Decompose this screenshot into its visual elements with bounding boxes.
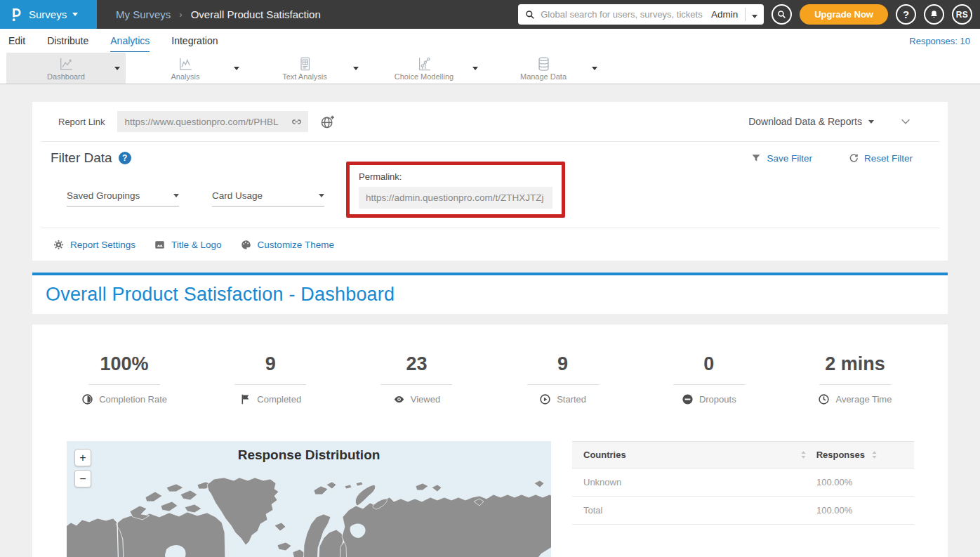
filter-data-title: Filter Data xyxy=(51,150,112,166)
help-button[interactable]: ? xyxy=(896,4,916,25)
user-avatar[interactable]: RS xyxy=(952,4,972,25)
refresh-icon xyxy=(849,153,859,163)
stat-completed: 9 Completed xyxy=(197,353,343,405)
surveys-menu[interactable]: Surveys xyxy=(0,0,97,29)
nav-integration[interactable]: Integration xyxy=(171,30,218,51)
map-title: Response Distribution xyxy=(67,447,551,463)
product-name: Surveys xyxy=(29,8,67,20)
tab-caret-icon[interactable] xyxy=(592,67,597,70)
report-link-row: Report Link https://www.questionpro.com/… xyxy=(32,102,948,141)
bell-icon xyxy=(929,10,939,19)
image-icon xyxy=(154,240,165,250)
clock-icon xyxy=(818,393,830,405)
stat-viewed: 23 Viewed xyxy=(343,353,489,405)
search-icon xyxy=(525,10,535,20)
search-icon xyxy=(777,10,786,19)
search-button[interactable] xyxy=(772,4,792,25)
breadcrumb-separator: › xyxy=(179,9,182,20)
breadcrumb-current: Overall Product Satisfaction xyxy=(191,8,321,20)
share-report-icon[interactable] xyxy=(320,114,335,129)
tab-choice-modelling[interactable]: Choice Modelling xyxy=(364,53,484,84)
permalink-input[interactable]: https://admin.questionpro.com/t/ZTHXJTZj xyxy=(359,187,552,209)
flag-icon xyxy=(239,393,251,405)
select-caret-icon xyxy=(173,194,179,197)
response-distribution-map: Response Distribution + − xyxy=(67,441,551,557)
tab-caret-icon[interactable] xyxy=(234,67,239,70)
report-settings-link[interactable]: Report Settings xyxy=(53,240,135,250)
saved-groupings-select[interactable]: Saved Groupings xyxy=(67,185,179,207)
questionpro-logo-icon xyxy=(9,6,21,22)
stat-dropouts: 0 Dropouts xyxy=(636,353,782,405)
permalink-label: Permalink: xyxy=(359,171,552,182)
stats-row: 100% Completion Rate 9 Completed 23 View… xyxy=(32,325,948,405)
page-title: Overall Product Satisfaction - Dashboard xyxy=(46,284,395,306)
responses-count[interactable]: Responses: 10 xyxy=(909,36,972,46)
analysis-chart-icon xyxy=(178,56,194,72)
sort-icon[interactable] xyxy=(871,450,878,459)
report-link-input[interactable]: https://www.questionpro.com/t/PHBL xyxy=(117,111,308,132)
col-countries[interactable]: Countries xyxy=(583,450,626,460)
help-circle-icon[interactable]: ? xyxy=(119,152,131,164)
collapse-chevron-icon[interactable] xyxy=(900,116,911,127)
customize-theme-link[interactable]: Customize Theme xyxy=(241,240,334,250)
text-analysis-icon xyxy=(297,56,313,72)
viz-row: Response Distribution + − Countries Resp… xyxy=(32,441,948,557)
reset-filter-button[interactable]: Reset Filter xyxy=(849,153,913,164)
stat-started: 9 Started xyxy=(490,353,636,405)
sort-icon[interactable] xyxy=(800,450,807,459)
download-caret-icon xyxy=(868,120,874,124)
tab-analysis[interactable]: Analysis xyxy=(126,53,245,84)
permalink-highlight-box: Permalink: https://admin.questionpro.com… xyxy=(346,162,565,218)
dashboard-card: 100% Completion Rate 9 Completed 23 View… xyxy=(32,325,948,557)
report-settings-row: Report Settings Title & Logo Customize T… xyxy=(32,228,948,261)
choice-modelling-icon xyxy=(416,56,432,72)
save-filter-button[interactable]: Save Filter xyxy=(751,153,812,164)
breadcrumb-my-surveys[interactable]: My Surveys xyxy=(116,8,171,20)
table-header: Countries Responses xyxy=(572,441,914,468)
minus-circle-icon xyxy=(682,393,694,405)
search-scope-dropdown[interactable] xyxy=(746,8,764,21)
topbar-actions: Admin Upgrade Now ? RS xyxy=(518,4,980,25)
analytics-tabbar: Dashboard Analysis Text Analysis Choice … xyxy=(0,53,980,84)
zoom-in-button[interactable]: + xyxy=(74,449,91,466)
search-input[interactable] xyxy=(541,9,704,20)
col-responses[interactable]: Responses xyxy=(816,450,865,460)
contrast-icon xyxy=(81,393,93,405)
table-row: Total 100.00% xyxy=(572,497,914,525)
card-usage-select[interactable]: Card Usage xyxy=(212,185,324,207)
play-circle-icon xyxy=(539,393,551,405)
zoom-out-button[interactable]: − xyxy=(74,470,91,487)
search-scope[interactable]: Admin xyxy=(704,8,746,21)
gear-icon xyxy=(53,240,64,250)
tab-manage-data[interactable]: Manage Data xyxy=(484,53,603,84)
database-icon xyxy=(536,56,552,72)
breadcrumb: My Surveys › Overall Product Satisfactio… xyxy=(116,8,321,20)
tab-dashboard[interactable]: Dashboard xyxy=(6,53,126,84)
download-data-reports[interactable]: Download Data & Reports xyxy=(748,116,874,127)
stat-average-time: 2 mins Average Time xyxy=(782,353,928,405)
surveys-caret-icon xyxy=(72,13,78,16)
survey-nav: Edit Distribute Analytics Integration Re… xyxy=(0,29,980,53)
table-row: Unknown 100.00% xyxy=(572,468,914,497)
report-filter-card: Report Link https://www.questionpro.com/… xyxy=(32,102,948,261)
dashboard-title-band: Overall Product Satisfaction - Dashboard xyxy=(32,273,948,314)
tab-text-analysis[interactable]: Text Analysis xyxy=(245,53,364,84)
dashboard-chart-icon xyxy=(58,56,74,72)
upgrade-now-button[interactable]: Upgrade Now xyxy=(800,4,888,25)
filter-section: Filter Data ? Save Filter Reset Filter xyxy=(32,142,948,228)
countries-table: Countries Responses Unknown 100.00% Tota… xyxy=(572,441,914,557)
select-caret-icon xyxy=(319,194,324,197)
nav-edit[interactable]: Edit xyxy=(8,30,25,51)
nav-distribute[interactable]: Distribute xyxy=(47,30,88,51)
report-link-label: Report Link xyxy=(58,117,105,127)
topbar: Surveys My Surveys › Overall Product Sat… xyxy=(0,0,980,29)
nav-analytics[interactable]: Analytics xyxy=(110,30,150,52)
tab-caret-icon[interactable] xyxy=(353,67,359,70)
title-logo-link[interactable]: Title & Logo xyxy=(154,240,222,250)
tab-caret-icon[interactable] xyxy=(472,67,478,70)
map-zoom-controls: + − xyxy=(74,449,91,487)
tab-caret-icon[interactable] xyxy=(114,67,120,70)
notifications-button[interactable] xyxy=(924,4,944,25)
funnel-icon xyxy=(751,153,761,163)
stat-completion-rate: 100% Completion Rate xyxy=(51,353,197,405)
